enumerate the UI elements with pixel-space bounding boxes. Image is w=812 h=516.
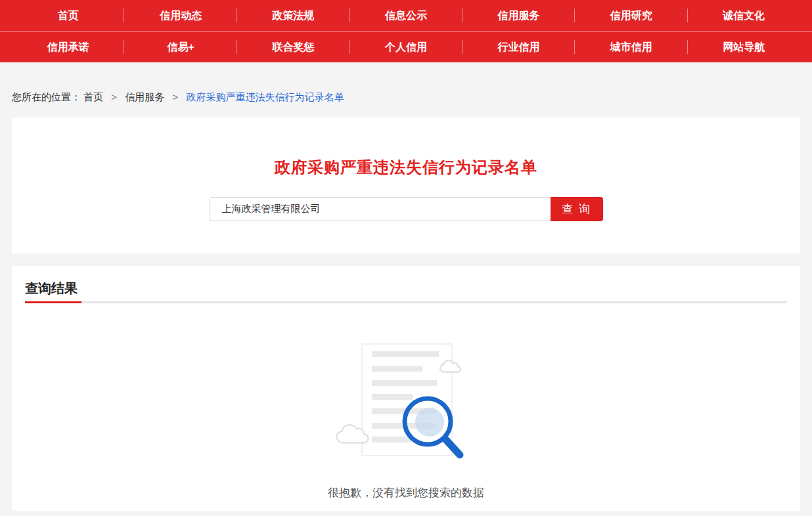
search-row: 查 询	[12, 197, 800, 221]
breadcrumb-home[interactable]: 首页	[83, 91, 103, 102]
empty-result-message: 很抱歉，没有找到您搜索的数据	[12, 485, 800, 500]
nav-item-site-map[interactable]: 网站导航	[688, 32, 800, 62]
search-button[interactable]: 查 询	[551, 197, 603, 221]
nav-item-credit-commitment[interactable]: 信用承诺	[12, 32, 124, 62]
breadcrumb: 您所在的位置： 首页 > 信用服务 > 政府采购严重违法失信行为记录名单	[12, 62, 800, 104]
breadcrumb-prefix: 您所在的位置：	[12, 91, 81, 102]
nav-item-policies[interactable]: 政策法规	[237, 0, 350, 31]
nav-row-1: 首页 信用动态 政策法规 信息公示 信用服务 信用研究 诚信文化	[12, 0, 800, 31]
empty-state: 很抱歉，没有找到您搜索的数据	[12, 303, 800, 500]
top-navigation: 首页 信用动态 政策法规 信息公示 信用服务 信用研究 诚信文化 信用承诺 信易…	[0, 0, 812, 62]
results-header: 查询结果	[12, 266, 800, 297]
nav-row-2: 信用承诺 信易+ 联合奖惩 个人信用 行业信用 城市信用 网站导航	[12, 32, 800, 62]
nav-item-city-credit[interactable]: 城市信用	[575, 32, 687, 62]
results-card: 查询结果	[12, 266, 800, 511]
search-card: 政府采购严重违法失信行为记录名单 查 询	[12, 118, 800, 253]
page-title: 政府采购严重违法失信行为记录名单	[12, 118, 800, 178]
nav-item-credit-services[interactable]: 信用服务	[462, 0, 575, 31]
breadcrumb-current-page[interactable]: 政府采购严重违法失信行为记录名单	[186, 91, 344, 102]
nav-item-credit-research[interactable]: 信用研究	[575, 0, 687, 31]
breadcrumb-separator: >	[172, 91, 178, 102]
breadcrumb-separator: >	[111, 91, 117, 102]
results-header-underline	[25, 301, 787, 303]
nav-item-joint-reward-punishment[interactable]: 联合奖惩	[237, 32, 350, 62]
nav-item-personal-credit[interactable]: 个人信用	[350, 32, 462, 62]
nav-item-xinyi-plus[interactable]: 信易+	[124, 32, 237, 62]
nav-item-home[interactable]: 首页	[12, 0, 124, 31]
no-results-illustration	[327, 336, 485, 474]
nav-item-integrity-culture[interactable]: 诚信文化	[688, 0, 800, 31]
nav-item-credit-news[interactable]: 信用动态	[124, 0, 237, 31]
nav-item-industry-credit[interactable]: 行业信用	[462, 32, 575, 62]
search-input[interactable]	[210, 197, 551, 221]
nav-item-info-disclosure[interactable]: 信息公示	[350, 0, 462, 31]
breadcrumb-credit-services[interactable]: 信用服务	[125, 91, 164, 102]
